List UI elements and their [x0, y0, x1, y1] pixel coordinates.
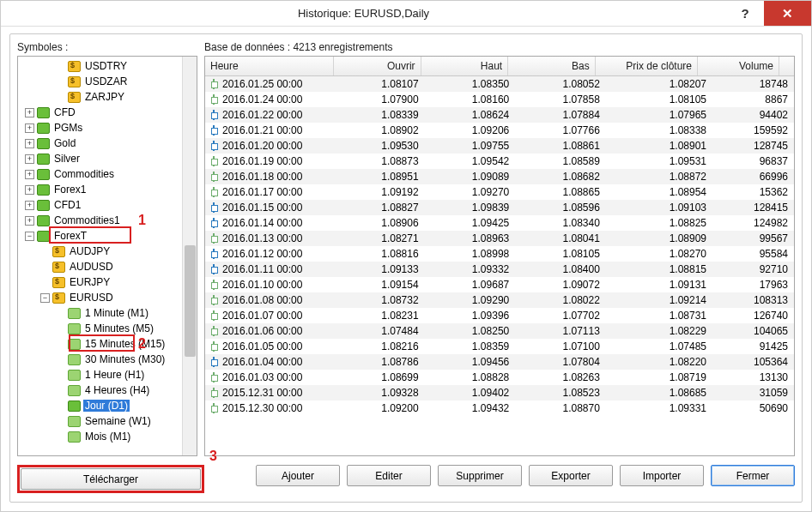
col-time[interactable]: Heure — [205, 57, 334, 75]
cell-volume: 128415 — [712, 202, 794, 214]
export-button[interactable]: Exporter — [529, 465, 613, 486]
cell-volume: 95584 — [712, 248, 794, 260]
tree-item[interactable]: +Forex1 — [20, 182, 197, 197]
table-row[interactable]: 2016.01.12 00:001.088161.089981.081051.0… — [205, 246, 794, 262]
table-row[interactable]: 2016.01.03 00:001.086991.088281.082631.0… — [205, 370, 794, 385]
tree-item-label: AUDJPY — [68, 245, 112, 257]
help-button[interactable]: ? — [726, 1, 764, 26]
cell-value: 1.08250 — [425, 325, 516, 337]
tree-item[interactable]: −ForexT — [20, 228, 197, 244]
tree-item[interactable]: −EURUSD — [20, 290, 197, 305]
tree-item-label: PGMs — [52, 122, 84, 134]
candle-icon — [210, 310, 217, 321]
expand-icon[interactable]: + — [25, 216, 34, 226]
delete-button[interactable]: Supprimer — [438, 465, 522, 486]
cell-volume: 124982 — [712, 217, 794, 229]
currency-icon — [68, 61, 81, 72]
tree-item[interactable]: +Commodities1 — [20, 213, 197, 228]
cell-volume: 13130 — [712, 371, 794, 383]
col-close[interactable]: Prix de clôture — [596, 57, 698, 75]
tree-item[interactable]: ZARJPY — [20, 89, 197, 105]
tree-item[interactable]: +CFD — [20, 105, 197, 120]
tree-item[interactable]: 4 Heures (H4) — [20, 382, 197, 398]
currency-icon — [52, 292, 65, 304]
table-row[interactable]: 2015.12.30 00:001.092001.094321.088701.0… — [205, 401, 794, 416]
cell-volume: 159592 — [712, 124, 794, 136]
col-high[interactable]: Haut — [421, 57, 509, 75]
tree-item[interactable]: EURJPY — [20, 274, 197, 290]
folder-icon — [37, 184, 50, 196]
tree-item[interactable]: +CFD1 — [20, 197, 197, 213]
table-row[interactable]: 2016.01.06 00:001.074841.082501.071131.0… — [205, 323, 794, 339]
currency-icon — [52, 262, 65, 273]
close-window-button[interactable]: ✕ — [764, 1, 811, 26]
tree-item[interactable]: 30 Minutes (M30) — [20, 352, 197, 367]
table-row[interactable]: 2016.01.13 00:001.082711.089631.080411.0… — [205, 231, 794, 246]
tree-item[interactable]: +Commodities — [20, 166, 197, 182]
tree-item[interactable]: +Silver — [20, 151, 197, 166]
tree-item[interactable]: 15 Minutes (M15) — [20, 336, 197, 352]
tree-item[interactable]: AUDJPY — [20, 244, 197, 259]
tree-item[interactable]: AUDUSD — [20, 259, 197, 274]
cell-value: 1.08870 — [515, 402, 606, 414]
table-row[interactable]: 2016.01.25 00:001.081071.083501.080521.0… — [205, 76, 794, 92]
table-row[interactable]: 2016.01.08 00:001.087321.092901.080221.0… — [205, 292, 794, 308]
table-row[interactable]: 2016.01.14 00:001.089061.094251.083401.0… — [205, 215, 794, 231]
table-row[interactable]: 2016.01.20 00:001.095301.097551.088611.0… — [205, 138, 794, 154]
col-low[interactable]: Bas — [508, 57, 596, 75]
tree-item[interactable]: 5 Minutes (M5) — [20, 321, 197, 336]
close-button[interactable]: Fermer — [711, 465, 795, 486]
cell-value: 1.09530 — [334, 140, 425, 152]
table-row[interactable]: 2016.01.05 00:001.082161.083591.071001.0… — [205, 339, 794, 354]
table-header[interactable]: Heure Ouvrir Haut Bas Prix de clôture Vo… — [205, 57, 794, 76]
cell-value: 1.09290 — [425, 294, 516, 306]
table-row[interactable]: 2016.01.19 00:001.088731.095421.085891.0… — [205, 154, 794, 169]
cell-volume: 8867 — [712, 93, 794, 105]
tree-item[interactable]: 1 Heure (H1) — [20, 367, 197, 382]
highlight-box-3: Télécharger 3 — [17, 465, 204, 493]
timeframe-icon — [68, 385, 81, 396]
cell-value: 1.08699 — [334, 371, 425, 383]
import-button[interactable]: Importer — [620, 465, 704, 486]
tree-item[interactable]: Jour (D1) — [20, 398, 197, 413]
tree-item[interactable]: +PGMs — [20, 120, 197, 136]
table-row[interactable]: 2016.01.17 00:001.091921.092701.088651.0… — [205, 184, 794, 200]
edit-button[interactable]: Editer — [347, 465, 431, 486]
col-open[interactable]: Ouvrir — [334, 57, 421, 75]
candle-icon — [210, 403, 217, 413]
add-button[interactable]: Ajouter — [256, 465, 340, 486]
table-row[interactable]: 2016.01.15 00:001.088271.098391.085961.0… — [205, 200, 794, 215]
tree-item[interactable]: Mois (M1) — [20, 429, 197, 444]
collapse-icon[interactable]: − — [40, 293, 50, 303]
expand-icon[interactable]: + — [25, 139, 34, 148]
candle-icon — [210, 264, 217, 274]
tree-item[interactable]: Semaine (W1) — [20, 413, 197, 429]
tree-item[interactable]: +Gold — [20, 136, 197, 151]
expand-icon[interactable]: + — [25, 154, 34, 164]
table-row[interactable]: 2016.01.22 00:001.083391.086241.078841.0… — [205, 107, 794, 123]
table-row[interactable]: 2016.01.07 00:001.082311.093961.077021.0… — [205, 308, 794, 323]
table-row[interactable]: 2016.01.11 00:001.091331.093321.084001.0… — [205, 262, 794, 277]
expand-icon[interactable]: + — [25, 123, 34, 133]
tree-item-label: 1 Heure (H1) — [83, 369, 146, 381]
tree-item[interactable]: 1 Minute (M1) — [20, 305, 197, 321]
symbols-tree[interactable]: USDTRYUSDZARZARJPY+CFD+PGMs+Gold+Silver+… — [17, 56, 197, 456]
table-row[interactable]: 2015.12.31 00:001.093281.094021.085231.0… — [205, 385, 794, 401]
expand-icon[interactable]: + — [25, 201, 34, 210]
col-volume[interactable]: Volume — [698, 57, 779, 75]
cell-value: 1.09192 — [334, 186, 425, 198]
expand-icon[interactable]: + — [25, 185, 34, 195]
collapse-icon[interactable]: − — [25, 232, 34, 241]
table-row[interactable]: 2016.01.21 00:001.089021.092061.077661.0… — [205, 123, 794, 138]
table-row[interactable]: 2016.01.04 00:001.087861.094561.078041.0… — [205, 354, 794, 370]
tree-item[interactable]: USDTRY — [20, 58, 197, 74]
table-row[interactable]: 2016.01.18 00:001.089511.090891.086821.0… — [205, 169, 794, 184]
table-body[interactable]: 2016.01.25 00:001.081071.083501.080521.0… — [205, 76, 794, 455]
tree-item[interactable]: USDZAR — [20, 74, 197, 89]
table-row[interactable]: 2016.01.24 00:001.079001.081601.078581.0… — [205, 92, 794, 107]
download-button[interactable]: Télécharger — [21, 468, 201, 490]
cell-value: 1.09331 — [606, 402, 712, 414]
expand-icon[interactable]: + — [25, 108, 34, 117]
expand-icon[interactable]: + — [25, 170, 34, 179]
table-row[interactable]: 2016.01.10 00:001.091541.096871.090721.0… — [205, 277, 794, 292]
